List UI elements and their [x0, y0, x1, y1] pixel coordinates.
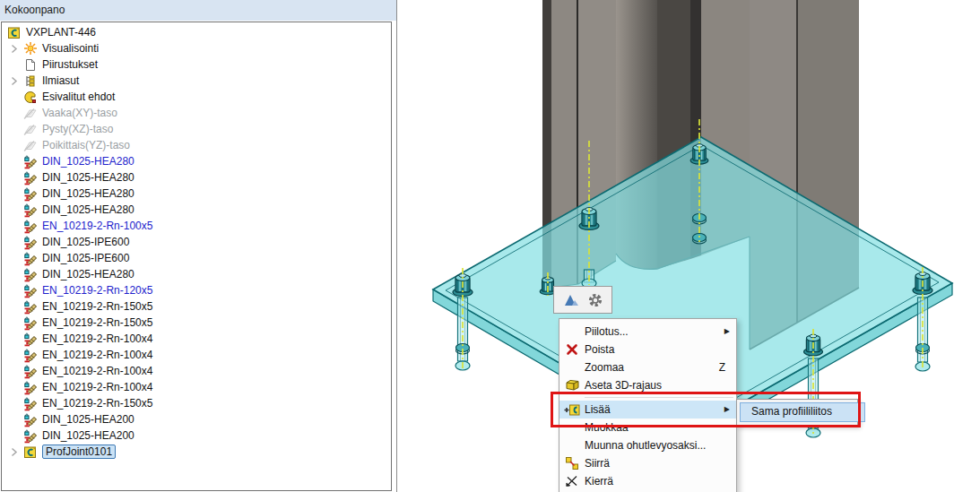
- expand-chevron-icon[interactable]: [6, 73, 22, 89]
- tree-item-en-10219-2-rn-120x5[interactable]: EN_10219-2-Rn-120x5: [2, 282, 391, 298]
- menu-item-piilotus[interactable]: Piilotus...▶: [559, 323, 736, 341]
- profile-icon: [22, 332, 38, 346]
- chevron-spacer: [6, 347, 22, 363]
- tree-item-ilmiasut[interactable]: Ilmiasut: [2, 73, 391, 89]
- profile-icon: [22, 154, 38, 168]
- tree-item-esivalitut-ehdot[interactable]: Esivalitut ehdot: [2, 89, 391, 105]
- tree-item-vxplant-446[interactable]: VXPLANT-446: [2, 24, 391, 40]
- tree-item-label: DIN_1025-HEA280: [42, 203, 134, 216]
- profile-icon: [22, 267, 38, 281]
- settings-gear-icon[interactable]: [587, 292, 603, 308]
- menu-item-label: Poista: [585, 343, 614, 356]
- assembly-panel: Kokoonpano VXPLANT-446VisualisointiPiiru…: [0, 0, 397, 492]
- profile-icon: [22, 380, 38, 394]
- menu-item-label: Siirrä: [585, 457, 610, 470]
- tree-item-din-1025-hea280[interactable]: DIN_1025-HEA280: [2, 153, 391, 169]
- assembly-icon: [22, 445, 38, 459]
- sun-icon: [22, 41, 38, 56]
- profile-icon: [22, 186, 38, 201]
- preselected-conditions-icon: [22, 90, 38, 104]
- profile-icon: [22, 412, 38, 427]
- menu-item-kierr[interactable]: Kierrä: [559, 472, 736, 490]
- tree-item-en-10219-2-rn-100x5[interactable]: EN_10219-2-Rn-100x5: [2, 218, 391, 234]
- tree-item-en-10219-2-rn-100x4[interactable]: EN_10219-2-Rn-100x4: [2, 331, 391, 347]
- plane-icon: [22, 122, 38, 136]
- tree-item-label: EN_10219-2-Rn-100x5: [42, 220, 152, 232]
- chevron-spacer: [6, 250, 22, 266]
- profile-icon: [22, 170, 38, 185]
- assembly-tree[interactable]: VXPLANT-446VisualisointiPiirustuksetIlmi…: [1, 22, 392, 491]
- tree-item-en-10219-2-rn-100x4[interactable]: EN_10219-2-Rn-100x4: [2, 347, 391, 363]
- tree-item-en-10219-2-rn-100x4[interactable]: EN_10219-2-Rn-100x4: [2, 379, 391, 395]
- menu-item-muunna-ohutlevyosaksi[interactable]: Muunna ohutlevyosaksi...: [559, 436, 736, 454]
- profile-icon: [22, 235, 38, 249]
- chevron-spacer: [6, 153, 22, 169]
- chevron-spacer: [6, 427, 22, 444]
- chevron-spacer: [6, 121, 22, 137]
- context-submenu: Sama profiililiitos: [736, 399, 858, 426]
- tree-item-label: DIN_1025-HEA280: [42, 155, 134, 168]
- tree-item-din-1025-hea280[interactable]: DIN_1025-HEA280: [2, 202, 391, 218]
- chevron-spacer: [6, 137, 22, 153]
- tree-item-din-1025-hea200[interactable]: DIN_1025-HEA200: [2, 427, 391, 444]
- tree-item-label: Piirustukset: [42, 58, 98, 71]
- profile-icon: [22, 364, 38, 378]
- rotate-icon: [564, 474, 580, 488]
- tree-item-din-1025-hea200[interactable]: DIN_1025-HEA200: [2, 411, 391, 427]
- plane-icon: [22, 106, 38, 120]
- chevron-spacer: [6, 395, 22, 411]
- chevron-spacer: [6, 315, 22, 331]
- submenu-item-sama-profiililiitos[interactable]: Sama profiililiitos: [740, 402, 865, 422]
- expand-chevron-icon[interactable]: [6, 40, 22, 56]
- tree-item-label: Pysty(XZ)-taso: [42, 123, 113, 135]
- menu-item-label: Aseta 3D-rajaus: [585, 379, 662, 392]
- menu-item-muokkaa[interactable]: Muokkaa: [559, 419, 736, 436]
- tree-item-profjoint0101[interactable]: ProfJoint0101: [2, 444, 391, 460]
- tree-item-visualisointi[interactable]: Visualisointi: [2, 40, 391, 56]
- tree-item-din-1025-ipe600[interactable]: DIN_1025-IPE600: [2, 234, 391, 250]
- tree-item-din-1025-hea280[interactable]: DIN_1025-HEA280: [2, 169, 391, 186]
- tree-item-pysty-xz-taso[interactable]: Pysty(XZ)-taso: [2, 121, 391, 137]
- profile-icon: [22, 283, 38, 298]
- submenu-arrow-icon: ▶: [724, 401, 730, 419]
- add-joint-icon: [564, 402, 580, 417]
- tree-item-en-10219-2-rn-150x5[interactable]: EN_10219-2-Rn-150x5: [2, 298, 391, 315]
- tree-item-label: DIN_1025-IPE600: [42, 236, 129, 248]
- submenu-arrow-icon: ▶: [724, 323, 730, 341]
- tree-item-piirustukset[interactable]: Piirustukset: [2, 56, 391, 73]
- menu-item-siirr[interactable]: Siirrä: [559, 454, 736, 472]
- chevron-spacer: [6, 105, 22, 121]
- menu-item-aseta-3d-rajaus[interactable]: Aseta 3D-rajaus: [559, 376, 736, 394]
- chevron-spacer: [6, 331, 22, 347]
- tree-item-en-10219-2-rn-150x5[interactable]: EN_10219-2-Rn-150x5: [2, 315, 391, 331]
- tree-item-label: EN_10219-2-Rn-150x5: [42, 300, 152, 313]
- menu-item-label: Lisää: [585, 403, 611, 416]
- tree-item-en-10219-2-rn-150x5[interactable]: EN_10219-2-Rn-150x5: [2, 395, 391, 411]
- menu-item-lis[interactable]: Lisää▶: [559, 401, 736, 419]
- tree-item-din-1025-hea280[interactable]: DIN_1025-HEA280: [2, 266, 391, 282]
- context-mini-toolbar: [553, 286, 612, 314]
- tree-item-din-1025-hea280[interactable]: DIN_1025-HEA280: [2, 186, 391, 202]
- menu-item-label: Muunna ohutlevyosaksi...: [585, 439, 706, 452]
- tree-item-din-1025-ipe600[interactable]: DIN_1025-IPE600: [2, 250, 391, 266]
- menu-item-poista[interactable]: Poista: [559, 341, 736, 358]
- tree-item-label: EN_10219-2-Rn-120x5: [42, 284, 152, 297]
- chevron-spacer: [6, 266, 22, 282]
- tree-item-label: Ilmiasut: [42, 74, 79, 87]
- tree-item-label: Visualisointi: [42, 42, 99, 55]
- profile-icon: [22, 299, 38, 314]
- chevron-spacer: [6, 411, 22, 427]
- chevron-spacer: [6, 89, 22, 105]
- profile-icon: [22, 396, 38, 410]
- context-menu: Piilotus...▶PoistaZoomaaZAseta 3D-rajaus…: [559, 318, 737, 492]
- tree-item-label: DIN_1025-IPE600: [42, 252, 129, 264]
- tree-item-en-10219-2-rn-100x4[interactable]: EN_10219-2-Rn-100x4: [2, 363, 391, 379]
- appearance-list-icon: [22, 73, 38, 88]
- expand-chevron-icon[interactable]: [6, 444, 22, 460]
- profile-icon: [22, 428, 38, 443]
- menu-item-zoomaa[interactable]: ZoomaaZ: [559, 358, 736, 376]
- tree-item-vaaka-xy-taso[interactable]: Vaaka(XY)-taso: [2, 105, 391, 121]
- tree-item-poikittais-yz-taso[interactable]: Poikittais(YZ)-taso: [2, 137, 391, 153]
- move-icon: [564, 456, 580, 470]
- fit-view-icon[interactable]: [563, 292, 579, 308]
